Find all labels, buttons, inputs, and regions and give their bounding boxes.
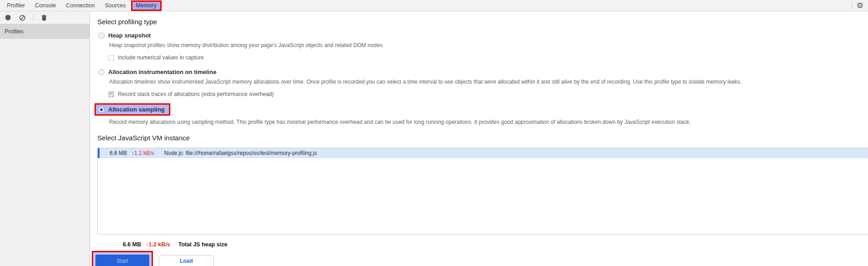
profiles-toolbar [0,11,89,24]
allocation-timeline-radio-row[interactable]: Allocation instrumentation on timeline [98,69,868,75]
settings-gear-icon[interactable]: ⚙ [857,0,868,11]
include-numerical-values-row[interactable]: Include numerical values in capture [108,54,868,61]
vm-instance-name: Node.js: file:///home/rafaelgss/repos/os… [164,150,317,156]
delete-profile-trash-icon[interactable] [40,14,48,22]
option-allocation-timeline: Allocation instrumentation on timeline A… [98,69,868,97]
panel-tabbar: Profiler Console Connection Sources Memo… [0,0,868,11]
heap-total-row: 6.6 MB ↑1.2 kB/s Total JS heap size [97,241,868,248]
tab-connection[interactable]: Connection [61,0,100,11]
option-allocation-sampling: Allocation sampling Record memory alloca… [98,103,868,125]
radio-unselected-icon[interactable] [98,32,105,39]
start-button[interactable]: Start [95,255,149,266]
allocation-timeline-label: Allocation instrumentation on timeline [108,69,216,75]
allocation-sampling-label: Allocation sampling [108,106,165,113]
vm-instance-title: Select JavaScript VM instance [97,134,868,142]
total-heap-label: Total JS heap size [179,241,227,248]
radio-selected-icon[interactable] [98,106,105,113]
vm-instance-list: 6.6 MB ↑1.2 kB/s Node.js: file:///home/r… [97,148,868,234]
allocation-sampling-description: Record memory allocations using sampling… [109,119,868,125]
checkbox-checked-disabled-icon[interactable] [108,91,114,97]
profiles-section-header[interactable]: Profiles [0,24,89,39]
tab-console[interactable]: Console [30,0,61,11]
total-heap-size: 6.6 MB [97,241,141,248]
option-heap-snapshot: Heap snapshot Heap snapshot profiles sho… [98,32,868,61]
heap-snapshot-description: Heap snapshot profiles show memory distr… [109,42,868,48]
tab-memory[interactable]: Memory [131,0,162,11]
record-profile-icon[interactable] [4,14,12,22]
tab-profiler[interactable]: Profiler [2,0,30,11]
toolbar-divider [33,14,33,21]
tabbar-right-controls: ⚙ [852,0,868,11]
record-stack-traces-label: Record stack traces of allocations (extr… [118,91,274,97]
heap-snapshot-label: Heap snapshot [108,32,151,39]
allocation-sampling-annotation-box[interactable]: Allocation sampling [95,103,170,116]
heap-snapshot-radio-row[interactable]: Heap snapshot [98,32,868,39]
profiling-type-title: Select profiling type [97,18,868,26]
start-button-annotation-box: Start [92,251,153,266]
record-stack-traces-row[interactable]: Record stack traces of allocations (extr… [108,91,868,97]
vm-heap-size: 6.6 MB [100,150,127,156]
clear-profiles-icon[interactable] [18,14,26,22]
tabbar-divider [852,2,852,9]
load-button[interactable]: Load [159,255,214,266]
tab-sources[interactable]: Sources [100,0,131,11]
profiles-sidebar: Profiles [0,11,90,266]
radio-unselected-icon[interactable] [98,69,105,75]
vm-alloc-rate: ↑1.2 kB/s [132,150,154,156]
checkbox-unchecked-icon[interactable] [108,55,114,61]
vm-instance-row-selected[interactable]: 6.6 MB ↑1.2 kB/s Node.js: file:///home/r… [98,148,868,158]
action-buttons: Start Load [97,251,868,266]
memory-panel-main: Select profiling type Heap snapshot Heap… [90,11,868,266]
devtools-window: Profiler Console Connection Sources Memo… [0,0,868,266]
include-numerical-values-label: Include numerical values in capture [118,54,204,61]
total-alloc-rate: ↑1.2 kB/s [146,241,170,248]
allocation-timeline-description: Allocation timelines show instrumented J… [109,79,868,85]
